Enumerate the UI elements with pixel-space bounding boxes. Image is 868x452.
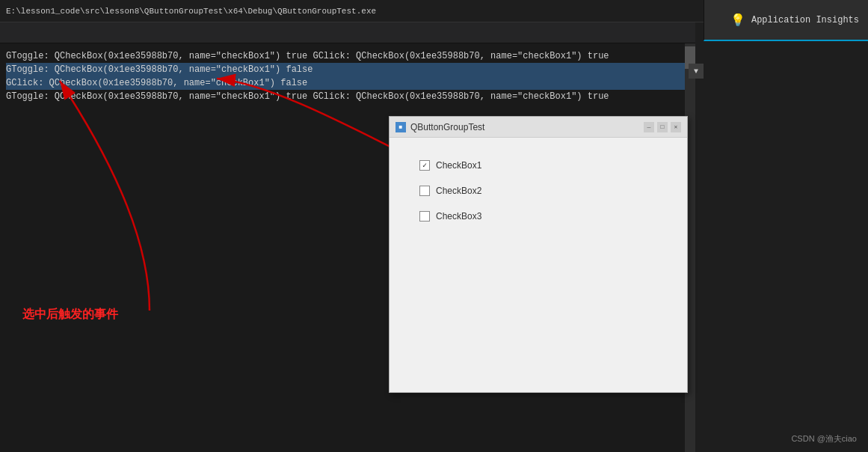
app-insights-icon: 💡: [730, 13, 745, 28]
watermark: CSDN @渔夫ciao: [791, 433, 857, 445]
checkbox-3[interactable]: [419, 211, 430, 222]
console-line-5: GToggle: QCheckBox(0x1ee35988b70, name="…: [6, 91, 307, 102]
checkbox-3-label: CheckBox3: [436, 211, 481, 222]
qt-window-controls: — □ ✕: [644, 122, 681, 132]
qt-content: ✓ CheckBox1 CheckBox2 CheckBox3: [390, 138, 687, 244]
checkbox-1-label: CheckBox1: [436, 160, 481, 171]
qt-window-title: QButtonGroupTest: [410, 122, 484, 132]
checkbox-row-3: CheckBox3: [419, 211, 657, 222]
checkbox-row-2: CheckBox2: [419, 186, 657, 196]
checkbox-2-label: CheckBox2: [436, 186, 481, 196]
qt-restore-button[interactable]: □: [657, 122, 668, 132]
console-line-2: GClick: QCheckBox(0x1ee35988b70, name="c…: [313, 51, 609, 61]
app-insights-label: Application Insights: [751, 15, 859, 25]
checkbox-2[interactable]: [419, 186, 430, 196]
app-insights-panel: 💡 Application Insights: [704, 0, 868, 41]
left-arrow: [60, 81, 150, 311]
qt-window: ■ QButtonGroupTest — □ ✕ ✓ CheckBox1 Che…: [389, 116, 688, 393]
annotation-left: 选中后触发的事件: [22, 307, 118, 323]
qt-titlebar: ■ QButtonGroupTest — □ ✕: [390, 117, 687, 138]
qt-window-icon: ■: [395, 122, 406, 132]
console-line-6: GClick: QCheckBox(0x1ee35988b70, name="c…: [313, 91, 609, 102]
console-output: GToggle: QCheckBox(0x1ee35988b70, name="…: [0, 43, 695, 109]
checkbox-1[interactable]: ✓: [419, 160, 430, 171]
console-toolbar: [0, 22, 695, 43]
console-line-3: GToggle: QCheckBox(0x1ee35988b70, name="…: [6, 63, 689, 76]
qt-close-button[interactable]: ✕: [671, 122, 681, 132]
console-line-1: GToggle: QCheckBox(0x1ee35988b70, name="…: [6, 51, 307, 61]
sidebar-scroll-arrow[interactable]: ▼: [689, 64, 704, 79]
console-line-4: GClick: QCheckBox(0x1ee35988b70, name="c…: [6, 76, 689, 90]
checkbox-row-1: ✓ CheckBox1: [419, 160, 657, 171]
title-path: E:\lesson1_code\src\lesson8\QButtonGroup…: [6, 7, 376, 16]
qt-minimize-button[interactable]: —: [644, 122, 654, 132]
